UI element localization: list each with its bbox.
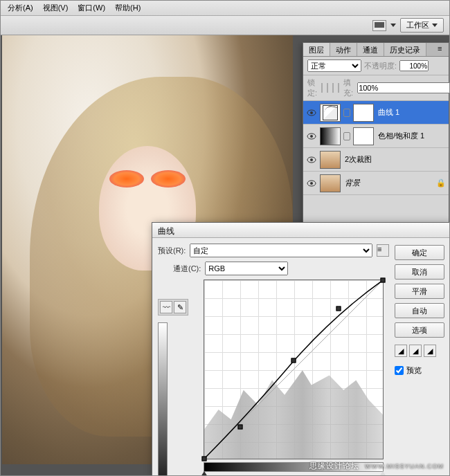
lock-pixels-icon[interactable] <box>327 83 328 93</box>
preset-select[interactable]: 自定 <box>190 244 372 257</box>
opacity-label: 不透明度: <box>364 61 397 71</box>
layers-panel: 图层 动作 通道 历史记录 ≡ 正常 不透明度: 锁定: 填充: 曲线 1 色相… <box>303 42 449 240</box>
menu-analysis[interactable]: 分析(A) <box>3 1 37 15</box>
channel-select[interactable]: RGB <box>205 262 288 275</box>
blend-row: 正常 不透明度: <box>303 57 449 75</box>
curve-point[interactable] <box>381 278 386 283</box>
watermark: 思缘设计论坛 WWW.MISSYUAN.COM <box>309 461 444 471</box>
gray-eyedropper-icon[interactable]: ◢ <box>409 345 422 357</box>
black-eyedropper-icon[interactable]: ◢ <box>395 345 407 357</box>
curve-line <box>204 280 383 459</box>
lock-icon: 🔒 <box>436 178 446 187</box>
menu-window[interactable]: 窗口(W) <box>73 1 109 15</box>
preview-checkbox[interactable]: 预览 <box>395 365 444 376</box>
layer-thumb[interactable] <box>320 151 341 169</box>
visibility-icon[interactable] <box>306 107 317 118</box>
visibility-icon[interactable] <box>306 178 317 189</box>
curve-pencil-tool-icon[interactable]: ✎ <box>174 301 186 313</box>
adjustment-thumb[interactable] <box>320 104 341 122</box>
preset-label: 预设(R): <box>158 246 186 256</box>
mask-thumb[interactable] <box>353 104 374 122</box>
fill-input[interactable] <box>357 82 450 93</box>
tab-actions[interactable]: 动作 <box>330 43 357 56</box>
layer-name: 2次裁图 <box>343 154 446 165</box>
opacity-input[interactable] <box>399 60 429 71</box>
visibility-icon[interactable] <box>306 154 317 165</box>
curve-graph[interactable] <box>204 280 384 459</box>
menu-help[interactable]: 帮助(H) <box>111 1 145 15</box>
svg-line-8 <box>204 280 383 459</box>
smooth-button[interactable]: 平滑 <box>395 284 444 299</box>
lock-all-icon[interactable] <box>338 83 339 93</box>
svg-point-3 <box>310 135 313 138</box>
layer-thumb[interactable] <box>320 174 341 192</box>
layer-name: 色相/饱和度 1 <box>377 131 446 141</box>
curve-point-tool-icon[interactable]: 〰 <box>160 301 172 313</box>
blend-mode-select[interactable]: 正常 <box>307 60 361 72</box>
curves-dialog: 曲线 预设(R): 自定 ≡ 通道(C): RGB 〰 ✎ <box>152 222 450 476</box>
adjustment-thumb[interactable] <box>320 127 341 145</box>
curve-point[interactable] <box>291 358 296 363</box>
layer-name: 背景 <box>343 178 433 188</box>
svg-point-5 <box>310 158 313 161</box>
layer-name: 曲线 1 <box>377 107 446 118</box>
fill-label: 填充: <box>343 77 353 98</box>
auto-button[interactable]: 自动 <box>395 303 444 318</box>
white-point-slider[interactable] <box>379 471 386 476</box>
cancel-button[interactable]: 取消 <box>395 264 444 280</box>
svg-point-7 <box>310 182 313 185</box>
workspace-button[interactable]: 工作区 <box>400 18 444 33</box>
options-button[interactable]: 选项 <box>395 322 444 338</box>
panel-tabs: 图层 动作 通道 历史记录 ≡ <box>303 43 449 57</box>
link-icon[interactable] <box>343 132 350 140</box>
menu-bar: 分析(A) 视图(V) 窗口(W) 帮助(H) <box>1 1 449 16</box>
dialog-title: 曲线 <box>152 223 450 238</box>
svg-point-1 <box>310 111 313 114</box>
screen-mode-caret[interactable] <box>390 24 396 27</box>
chevron-down-icon <box>432 24 438 27</box>
curve-point[interactable] <box>237 424 242 429</box>
black-point-slider[interactable] <box>201 471 208 476</box>
tab-history[interactable]: 历史记录 <box>384 43 426 56</box>
tab-channels[interactable]: 通道 <box>357 43 384 56</box>
layer-row-photo2[interactable]: 2次裁图 <box>303 148 449 172</box>
white-eyedropper-icon[interactable]: ◢ <box>424 345 436 357</box>
lock-label: 锁定: <box>307 77 317 98</box>
tab-layers[interactable]: 图层 <box>303 43 330 56</box>
panel-menu-icon[interactable]: ≡ <box>438 44 446 53</box>
lock-row: 锁定: 填充: <box>303 75 449 101</box>
menu-view[interactable]: 视图(V) <box>39 1 73 15</box>
curve-point[interactable] <box>336 306 341 311</box>
curve-point[interactable] <box>202 457 207 461</box>
lock-transparency-icon[interactable] <box>321 83 323 93</box>
link-icon[interactable] <box>343 109 350 117</box>
output-gradient <box>158 322 168 476</box>
channel-label: 通道(C): <box>173 264 201 274</box>
workspace-label: 工作区 <box>406 20 429 30</box>
ok-button[interactable]: 确定 <box>395 245 444 260</box>
visibility-icon[interactable] <box>306 131 317 142</box>
screen-mode-icon[interactable] <box>372 20 386 31</box>
layer-row-curves[interactable]: 曲线 1 <box>303 101 449 125</box>
layer-row-background[interactable]: 背景 🔒 <box>303 172 449 195</box>
preset-menu-icon[interactable]: ≡ <box>377 244 389 257</box>
layer-row-huesat[interactable]: 色相/饱和度 1 <box>303 125 449 148</box>
lock-position-icon[interactable] <box>332 83 334 93</box>
options-bar: 工作区 <box>1 16 449 35</box>
mask-thumb[interactable] <box>353 127 374 145</box>
